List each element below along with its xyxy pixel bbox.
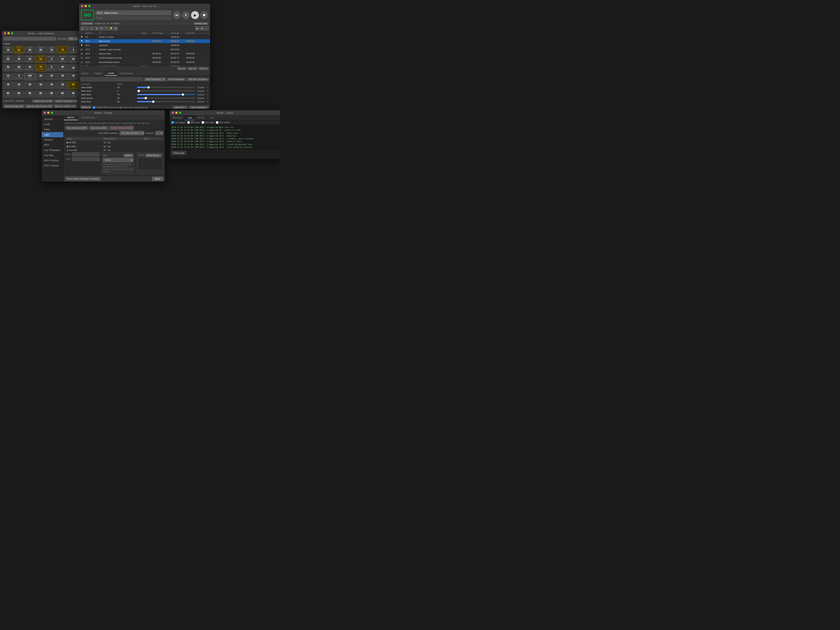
collate-checkbox[interactable] xyxy=(93,106,95,109)
pause-button[interactable]: ⏸ xyxy=(182,11,190,19)
sidebar-item-general[interactable]: General xyxy=(42,117,63,122)
level-cell[interactable]: f cool30side SL.I... xyxy=(14,55,24,63)
osc-replies-checkbox[interactable] xyxy=(216,121,218,124)
new-cart-button[interactable]: New Cart xyxy=(188,67,197,70)
level-cell[interactable]: 3side SR.A... xyxy=(46,64,57,71)
slider-cell[interactable] xyxy=(136,93,196,96)
patch-row[interactable]: ▶ bx DSL61 - 64 xyxy=(65,145,163,148)
cue-row[interactable]: 🔊 10-3crickets, early evening 00:10.63 xyxy=(79,47,210,52)
sidebar-item-cue-templates[interactable]: Cue Templates xyxy=(42,148,63,153)
col-header-postwait[interactable]: Post Wait xyxy=(185,32,201,35)
slider-cell[interactable] xyxy=(136,85,196,89)
main-cue-list-link[interactable]: Main Cue List xyxy=(95,22,109,25)
audio-icon[interactable]: ♪ xyxy=(85,26,89,31)
new-cue-with-all-button[interactable]: New Cue with All ⇧⌘N xyxy=(54,104,77,108)
close-button[interactable] xyxy=(81,5,83,7)
settings-tab-patch[interactable]: PATCH xyxy=(63,115,78,120)
expand-button[interactable]: Expand xyxy=(197,97,205,99)
level-cell[interactable]: 4bx.Green xyxy=(14,73,24,80)
maximize-button[interactable] xyxy=(11,32,13,34)
col-header-arrow-up[interactable]: ↑ xyxy=(201,32,205,35)
level-cell[interactable]: (mixed) 35 all.Red xyxy=(25,46,35,54)
more-icon[interactable]: ⋯ xyxy=(205,26,209,31)
tab-basics[interactable]: Basics xyxy=(79,71,91,76)
col-header-q[interactable]: Q xyxy=(98,32,140,35)
tiles-select[interactable]: Tiles List xyxy=(68,37,78,41)
clear-list-button[interactable]: Clear List xyxy=(199,67,208,70)
cue-row[interactable]: 📹 10-5clouds background loop 00:00.0001:… xyxy=(79,56,210,60)
level-cell[interactable]: 188 xyxy=(36,82,46,89)
new-group-button[interactable]: New Group ⌘G xyxy=(89,126,108,130)
sidebar-item-light[interactable]: Light xyxy=(42,132,63,137)
light-patch-button[interactable]: Light Patch... xyxy=(173,106,188,109)
patch-row[interactable]: ▶ bx DSC57 - 60 xyxy=(65,141,163,145)
level-cell[interactable]: 187 xyxy=(25,82,35,89)
new-instrument-button[interactable]: New Instrument ⌘N xyxy=(65,126,88,130)
level-cell[interactable]: (mixed) 60 all.Intensi... xyxy=(14,46,24,54)
level-cell[interactable]: 181 xyxy=(36,73,46,80)
presets-link[interactable]: Presets xyxy=(111,22,119,25)
level-cell[interactable]: (mixed) 15 all.Blue xyxy=(46,46,57,54)
sidebar-item-key-map[interactable]: Key Map xyxy=(42,153,63,158)
cue-row[interactable]: 💡 10-2moonrise10:00.00 xyxy=(79,43,210,47)
tab-warnings[interactable]: Warnings xyxy=(170,115,185,120)
expand-button[interactable]: Expand xyxy=(197,93,205,96)
prune-commands-button[interactable]: Prune Commands xyxy=(167,77,186,81)
revert-changes-button[interactable]: Revert Changes ⌘R xyxy=(3,104,25,108)
level-cell[interactable]: 15side SR.G... xyxy=(25,64,35,71)
col-header-target[interactable]: Target xyxy=(140,32,151,35)
level-cell[interactable]: 184 xyxy=(68,73,79,80)
grid-icon[interactable]: ⊞ xyxy=(95,26,99,31)
search-input[interactable] xyxy=(3,37,57,41)
clear-logs-button[interactable]: Clear Logs xyxy=(171,151,186,155)
level-cell[interactable]: 6018 xyxy=(68,90,79,98)
level-cell[interactable]: 6015 xyxy=(36,90,46,98)
cue-row[interactable]: 🔊 10-4wind in trees 00:00.0000:24.4700:0… xyxy=(79,52,210,56)
safe-sort-commands-button[interactable]: Safe Sort Commands xyxy=(187,77,209,81)
stop-toolbar-icon[interactable]: ■ xyxy=(200,26,204,31)
level-cell[interactable]: 6016 xyxy=(46,90,57,98)
expand-button[interactable]: Expand xyxy=(197,87,205,88)
play-toolbar-icon[interactable]: ▶ xyxy=(195,26,199,31)
level-cell[interactable]: sides.Inte...15side SLR... xyxy=(25,55,35,63)
expand-button[interactable]: Expand xyxy=(197,101,205,103)
level-cell[interactable]: sides.Am...20side SL... xyxy=(68,55,79,63)
close-button[interactable] xyxy=(4,32,6,34)
channel-select[interactable]: 1 xyxy=(155,131,163,135)
filter-osc-input[interactable]: OSC input xyxy=(202,121,214,124)
level-cell[interactable]: 6013 xyxy=(14,90,24,98)
midi-device-select[interactable]: IAC Driver IAC Bus 1 xyxy=(120,131,144,135)
level-cell[interactable]: 6017 xyxy=(57,90,68,98)
collate-checkbox-label[interactable]: Collate effects of previous light cues w… xyxy=(93,106,148,109)
maximize-button[interactable] xyxy=(51,112,53,114)
cue-row-active[interactable]: 💡 10-1 base scene 00:00.00 00:05.00 00:0… xyxy=(79,39,210,43)
slider-cell[interactable] xyxy=(136,89,196,93)
level-cell[interactable]: sides.Blue20side SLA... xyxy=(57,55,68,63)
sidebar-item-audio[interactable]: Audio xyxy=(42,122,63,127)
cue-name-input[interactable] xyxy=(96,11,171,15)
level-cell[interactable]: 10 xyxy=(68,64,79,71)
level-cell[interactable]: 189 xyxy=(46,82,57,89)
tab-levels[interactable]: Levels xyxy=(105,71,117,76)
level-cell[interactable]: 186 xyxy=(14,82,24,89)
copy-icon[interactable]: ⧉ xyxy=(80,26,85,31)
sliders-select[interactable]: Sliders xyxy=(81,106,91,109)
slider-cell[interactable] xyxy=(136,100,196,103)
maximize-button[interactable] xyxy=(179,112,181,114)
cue-notes-input[interactable] xyxy=(96,16,171,20)
tab-art-net[interactable]: Art-Net xyxy=(195,115,207,120)
level-cell[interactable]: 20bx.Intens... xyxy=(57,64,68,71)
col-header-action[interactable]: Action 🔈 xyxy=(170,32,185,35)
level-cell[interactable]: 13bx.Red xyxy=(3,73,13,80)
level-cell[interactable]: 6012 xyxy=(3,90,13,98)
patch-row[interactable]: ▼ bx DSR65 - 68 xyxy=(65,148,163,151)
video-icon[interactable]: ▷ xyxy=(90,26,94,31)
remove-level-button[interactable]: × xyxy=(207,100,208,103)
level-cell[interactable]: (mixed) 18 all.Intensity xyxy=(3,46,13,54)
minimize-button[interactable] xyxy=(47,112,49,114)
name-input[interactable] xyxy=(72,152,100,156)
level-cell[interactable]: 20 3 all.White xyxy=(68,46,79,54)
tab-curve-shape[interactable]: Curve Shape xyxy=(117,71,136,76)
level-cell[interactable]: sides.Red79side SLG... xyxy=(36,55,46,63)
remove-level-button[interactable]: × xyxy=(207,97,208,99)
